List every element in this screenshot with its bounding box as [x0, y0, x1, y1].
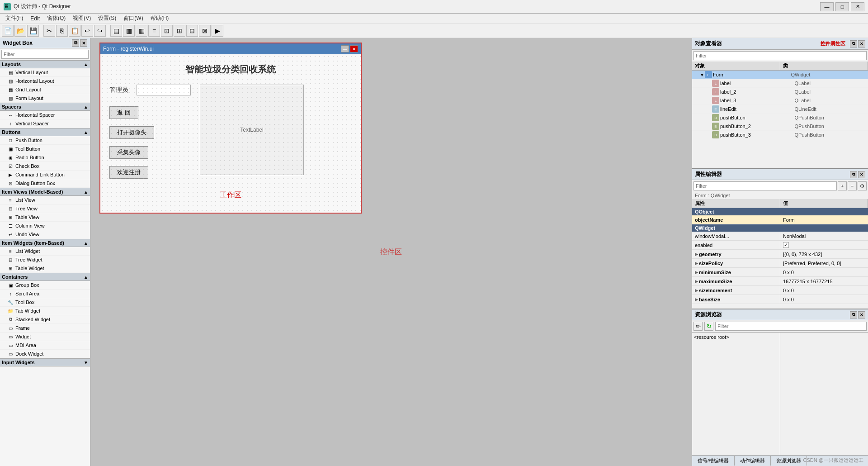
prop-row-basesize[interactable]: ▶ baseSize 0 x 0 [692, 295, 868, 304]
menu-window[interactable]: 窗口(W) [120, 14, 146, 23]
prop-remove-btn[interactable]: − [848, 181, 857, 190]
category-spacers[interactable]: Spacers ▲ [0, 103, 90, 111]
prop-row-sizeincrement[interactable]: ▶ sizeIncrement 0 x 0 [692, 286, 868, 295]
camera-button[interactable]: 打开摄像头 [109, 126, 154, 139]
res-edit-btn[interactable]: ✏ [693, 322, 703, 331]
widget-command-link-button[interactable]: ▶ Command Link Button [0, 171, 90, 179]
tb-layout8[interactable]: ⊠ [199, 25, 211, 37]
tb-copy[interactable]: ⎘ [56, 25, 68, 37]
widget-tool-box[interactable]: 🔧 Tool Box [0, 298, 90, 307]
menu-file[interactable]: 文件(F) [2, 14, 27, 23]
tb-preview[interactable]: ▶ [212, 25, 223, 37]
widget-box-float-btn[interactable]: ⧉ [72, 39, 79, 47]
obj-expand-form[interactable]: ▼ [699, 72, 705, 77]
object-inspector-close-btn[interactable]: ✕ [858, 40, 865, 48]
tb-save[interactable]: 💾 [27, 25, 39, 37]
widget-vertical-layout[interactable]: ▤ Vertical Layout [0, 68, 90, 77]
admin-input[interactable] [137, 85, 191, 95]
menu-help[interactable]: 帮助(H) [147, 14, 173, 23]
res-refresh-btn[interactable]: ↻ [704, 322, 713, 331]
widget-list-widget[interactable]: ≡ List Widget [0, 247, 90, 256]
widget-stacked-widget[interactable]: ⧉ Stacked Widget [0, 315, 90, 324]
widget-scroll-area[interactable]: ↕ Scroll Area [0, 290, 90, 298]
tab-resource-browser[interactable]: 资源浏览器 [771, 456, 807, 466]
widget-list-view[interactable]: ≡ List View [0, 196, 90, 204]
widget-box-close-btn[interactable]: ✕ [80, 39, 87, 47]
resource-browser-float-btn[interactable]: ⧉ [850, 311, 857, 319]
tb-new[interactable]: 📄 [2, 25, 14, 37]
tab-action-editor[interactable]: 动作编辑器 [735, 456, 771, 466]
form-minimize-btn[interactable]: — [341, 45, 349, 52]
prop-row-sizepolicy[interactable]: ▶ sizePolicy [Preferred, Preferred, 0, 0… [692, 259, 868, 268]
menu-edit[interactable]: Edit [27, 14, 43, 23]
widget-undo-view[interactable]: ↩ Undo View [0, 230, 90, 239]
close-button[interactable]: ✕ [851, 2, 864, 11]
back-button[interactable]: 返 回 [109, 106, 138, 119]
widget-column-view[interactable]: ☰ Column View [0, 222, 90, 230]
widget-tree-view[interactable]: ⊟ Tree View [0, 204, 90, 213]
widget-dock-widget[interactable]: ▭ Dock Widget [0, 350, 90, 358]
tb-layout3[interactable]: ▦ [136, 25, 147, 37]
menu-settings[interactable]: 设置(S) [94, 14, 120, 23]
obj-row-label3[interactable]: L label_3 QLabel [692, 96, 868, 105]
tb-layout7[interactable]: ⊟ [186, 25, 198, 37]
tb-paste[interactable]: 📋 [69, 25, 80, 37]
obj-row-form[interactable]: ▼ F Form QWidget [692, 71, 868, 79]
category-item-widgets[interactable]: Item Widgets (Item-Based) ▲ [0, 239, 90, 247]
object-filter-input[interactable] [693, 51, 867, 60]
tb-layout2[interactable]: ▥ [123, 25, 135, 37]
obj-row-pushbutton[interactable]: B pushButton QPushButton [692, 114, 868, 122]
category-input-widgets[interactable]: Input Widgets ▼ [0, 358, 90, 366]
resource-browser-close-btn[interactable]: ✕ [858, 311, 865, 319]
widget-radio-button[interactable]: ◉ Radio Button [0, 153, 90, 162]
widget-frame[interactable]: ▭ Frame [0, 324, 90, 333]
widget-tab-widget[interactable]: 📁 Tab Widget [0, 307, 90, 315]
property-editor-close-btn[interactable]: ✕ [858, 171, 865, 178]
tb-open[interactable]: 📂 [14, 25, 26, 37]
category-buttons[interactable]: Buttons ▲ [0, 128, 90, 136]
tb-layout5[interactable]: ⊡ [161, 25, 173, 37]
enabled-checkbox[interactable]: ✓ [783, 242, 789, 248]
widget-widget[interactable]: ▭ Widget [0, 333, 90, 341]
tb-layout4[interactable]: ≡ [148, 25, 160, 37]
minimize-button[interactable]: — [820, 2, 834, 11]
widget-tree-widget[interactable]: ⊟ Tree Widget [0, 256, 90, 264]
object-inspector-float-btn[interactable]: ⧉ [850, 40, 857, 48]
prop-row-windowmodal[interactable]: windowModal... NonModal [692, 232, 868, 241]
menu-form[interactable]: 窗体(Q) [43, 14, 69, 23]
tb-redo[interactable]: ↪ [94, 25, 106, 37]
widget-tool-button[interactable]: ▣ Tool Button [0, 145, 90, 153]
widget-form-layout[interactable]: ▧ Form Layout [0, 94, 90, 103]
tb-cut[interactable]: ✂ [43, 25, 55, 37]
prop-row-enabled[interactable]: enabled ✓ [692, 241, 868, 250]
menu-view[interactable]: 视图(V) [69, 14, 94, 23]
widget-grid-layout[interactable]: ▦ Grid Layout [0, 86, 90, 94]
obj-row-label[interactable]: L label QLabel [692, 79, 868, 88]
obj-row-lineedit[interactable]: E lineEdit QLineEdit [692, 105, 868, 114]
widget-table-widget[interactable]: ⊞ Table Widget [0, 264, 90, 273]
tb-layout1[interactable]: ▤ [110, 25, 122, 37]
obj-row-label2[interactable]: L label_2 QLabel [692, 88, 868, 96]
tb-undo[interactable]: ↩ [81, 25, 93, 37]
category-containers[interactable]: Containers ▲ [0, 273, 90, 281]
prop-config-btn[interactable]: ⚙ [858, 181, 867, 190]
res-filter-input[interactable] [715, 322, 867, 331]
capture-button[interactable]: 采集头像 [109, 146, 148, 159]
widget-push-button[interactable]: □ Push Button [0, 136, 90, 145]
prop-row-minimumsize[interactable]: ▶ minimumSize 0 x 0 [692, 268, 868, 277]
widget-dialog-button-box[interactable]: ⊡ Dialog Button Box [0, 179, 90, 188]
widget-table-view[interactable]: ⊞ Table View [0, 213, 90, 222]
tab-signal-slot[interactable]: 信号/槽编辑器 [692, 456, 735, 466]
property-filter-input[interactable] [693, 181, 837, 190]
prop-add-btn[interactable]: + [838, 181, 847, 190]
widget-horizontal-spacer[interactable]: ↔ Horizontal Spacer [0, 111, 90, 119]
widget-vertical-spacer[interactable]: ↕ Vertical Spacer [0, 119, 90, 128]
register-button[interactable]: 欢迎注册 [109, 166, 148, 179]
obj-row-pushbutton3[interactable]: B pushButton_3 QPushButton [692, 131, 868, 139]
restore-button[interactable]: □ [835, 2, 849, 11]
tb-layout6[interactable]: ⊞ [174, 25, 185, 37]
widget-filter-input[interactable] [1, 50, 89, 59]
widget-check-box[interactable]: ☑ Check Box [0, 162, 90, 171]
widget-horizontal-layout[interactable]: ▥ Horizontal Layout [0, 77, 90, 86]
category-layouts[interactable]: Layouts ▲ [0, 60, 90, 68]
